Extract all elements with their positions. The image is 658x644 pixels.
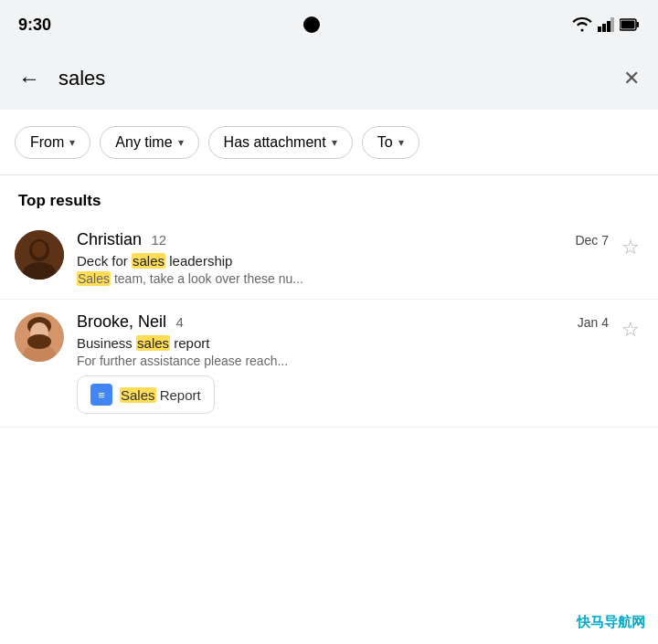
email-item-christian[interactable]: Christian 12 Dec 7 Deck for sales leader…: [0, 217, 658, 300]
svg-rect-0: [598, 26, 601, 32]
filter-has-attachment-label: Has attachment: [224, 134, 326, 151]
svg-rect-5: [637, 22, 640, 27]
search-input[interactable]: [58, 67, 605, 90]
avatar-brooke-neil: [15, 312, 64, 362]
attachment-chip[interactable]: ≡ Sales Report: [77, 375, 215, 414]
svg-rect-1: [602, 24, 606, 32]
subject-text-2: leadership: [165, 253, 232, 269]
svg-rect-3: [610, 17, 614, 32]
back-button[interactable]: ←: [15, 62, 44, 95]
clear-button[interactable]: ✕: [620, 63, 643, 94]
filter-chip-to[interactable]: To ▾: [362, 126, 419, 159]
preview-text: team, take a look over these nu...: [111, 271, 303, 286]
svg-point-15: [27, 334, 51, 349]
filter-chip-has-attachment[interactable]: Has attachment ▾: [208, 126, 353, 159]
sender-name-2: Brooke, Neil: [77, 312, 166, 331]
filter-chip-from[interactable]: From ▾: [15, 126, 90, 159]
section-header: Top results: [0, 175, 658, 217]
preview-highlight: Sales: [77, 271, 111, 286]
watermark: 快马导航网: [577, 614, 645, 631]
email-content-christian: Christian 12 Dec 7 Deck for sales leader…: [77, 230, 609, 286]
filter-from-label: From: [30, 134, 64, 151]
status-time: 9:30: [18, 16, 51, 35]
status-icons: [572, 17, 640, 32]
sender-info: Christian 12: [77, 230, 166, 249]
email-date-2: Jan 4: [578, 315, 609, 330]
email-list: Christian 12 Dec 7 Deck for sales leader…: [0, 217, 658, 428]
svg-point-10: [32, 241, 47, 258]
chevron-down-icon: ▾: [398, 136, 404, 149]
section-title: Top results: [18, 192, 101, 209]
battery-icon: [620, 18, 640, 31]
email-item-brooke-neil[interactable]: Brooke, Neil 4 Jan 4 Business sales repo…: [0, 300, 658, 428]
attachment-highlight: Sales: [120, 387, 156, 403]
avatar-image-brooke: [15, 312, 64, 362]
chevron-down-icon: ▾: [332, 136, 337, 149]
avatar-christian: [15, 230, 64, 280]
svg-rect-2: [607, 21, 610, 32]
chevron-down-icon: ▾: [69, 136, 75, 149]
sender-info-2: Brooke, Neil 4: [77, 312, 184, 332]
subject-text: Deck for: [77, 253, 132, 269]
star-icon-2[interactable]: ☆: [621, 318, 640, 342]
email-header-row: Christian 12 Dec 7: [77, 230, 609, 249]
attachment-label: Sales Report: [120, 387, 201, 403]
wifi-icon: [572, 17, 592, 32]
search-bar: ← ✕: [0, 48, 658, 110]
filter-bar: From ▾ Any time ▾ Has attachment ▾ To ▾: [0, 110, 658, 175]
signal-icon: [598, 17, 614, 32]
filter-chip-any-time[interactable]: Any time ▾: [100, 126, 198, 159]
subject-text-4: report: [170, 335, 209, 351]
email-subject-2: Business sales report: [77, 335, 609, 351]
email-preview: Sales team, take a look over these nu...: [77, 271, 609, 286]
email-content-brooke-neil: Brooke, Neil 4 Jan 4 Business sales repo…: [77, 312, 609, 414]
email-subject: Deck for sales leadership: [77, 253, 609, 269]
attachment-doc-icon: ≡: [90, 384, 112, 406]
svg-rect-6: [621, 21, 635, 29]
sender-name: Christian: [77, 230, 142, 248]
preview-text-2: For further assistance please reach...: [77, 354, 288, 368]
subject-text-3: Business: [77, 335, 136, 351]
status-bar: 9:30: [0, 0, 658, 48]
email-header-row-2: Brooke, Neil 4 Jan 4: [77, 312, 609, 332]
filter-to-label: To: [377, 134, 393, 151]
subject-highlight: sales: [132, 253, 165, 269]
email-date: Dec 7: [575, 233, 609, 248]
subject-highlight-2: sales: [136, 335, 170, 351]
message-count-2: 4: [176, 314, 184, 330]
chevron-down-icon: ▾: [178, 136, 184, 149]
camera-dot: [303, 16, 320, 33]
message-count: 12: [151, 232, 166, 248]
avatar-image-christian: [15, 230, 64, 280]
email-preview-2: For further assistance please reach...: [77, 354, 609, 368]
filter-any-time-label: Any time: [115, 134, 172, 151]
star-icon[interactable]: ☆: [621, 236, 640, 259]
